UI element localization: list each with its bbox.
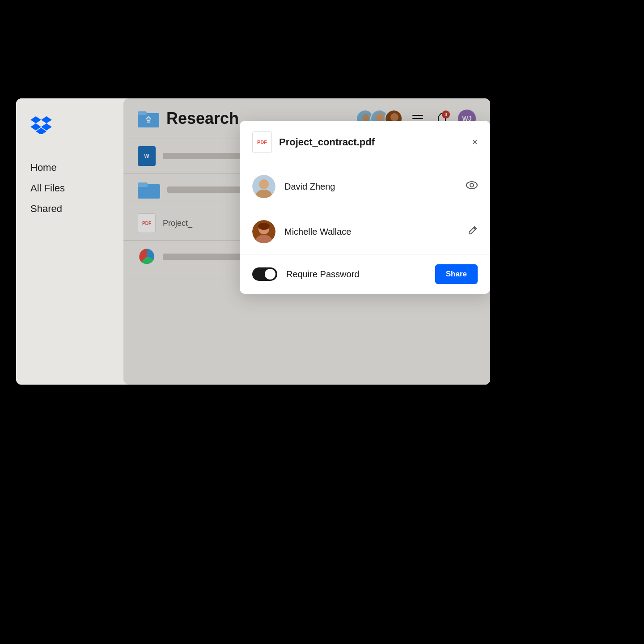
sidebar-item-home[interactable]: Home bbox=[30, 157, 109, 178]
modal-close-button[interactable]: × bbox=[472, 137, 478, 147]
password-label: Require Password bbox=[286, 269, 426, 280]
toggle-track bbox=[252, 267, 277, 281]
modal-pdf-icon: PDF bbox=[252, 131, 272, 153]
password-toggle[interactable] bbox=[252, 267, 277, 281]
edit-permission-icon[interactable] bbox=[468, 225, 478, 238]
modal-overlay: PDF Project_contract.pdf × David Zheng bbox=[123, 98, 490, 385]
sidebar-item-all-files[interactable]: All Files bbox=[30, 178, 109, 199]
user-avatar-michelle bbox=[252, 220, 275, 243]
svg-point-18 bbox=[259, 179, 269, 189]
share-button[interactable]: Share bbox=[435, 264, 478, 284]
svg-point-25 bbox=[258, 223, 270, 230]
svg-point-21 bbox=[470, 183, 474, 187]
user-name-david: David Zheng bbox=[284, 182, 457, 192]
password-section: Require Password Share bbox=[240, 254, 490, 294]
dropbox-logo bbox=[30, 116, 109, 136]
modal-filename: Project_contract.pdf bbox=[279, 136, 465, 148]
modal-pdf-badge: PDF bbox=[257, 140, 267, 145]
sidebar-item-shared[interactable]: Shared bbox=[30, 199, 109, 219]
user-name-michelle: Michelle Wallace bbox=[284, 227, 459, 237]
modal-header: PDF Project_contract.pdf × bbox=[240, 121, 490, 164]
modal-user-row-1[interactable]: David Zheng bbox=[240, 164, 490, 209]
user-avatar-david bbox=[252, 175, 275, 198]
sidebar-nav: Home All Files Shared bbox=[30, 157, 109, 219]
sidebar: Home All Files Shared bbox=[16, 98, 123, 385]
toggle-thumb bbox=[265, 269, 275, 280]
share-modal: PDF Project_contract.pdf × David Zheng bbox=[240, 121, 490, 294]
svg-point-20 bbox=[466, 182, 477, 189]
modal-user-row-2[interactable]: Michelle Wallace bbox=[240, 209, 490, 254]
view-permission-icon[interactable] bbox=[466, 181, 478, 192]
main-content: Research bbox=[123, 98, 490, 385]
